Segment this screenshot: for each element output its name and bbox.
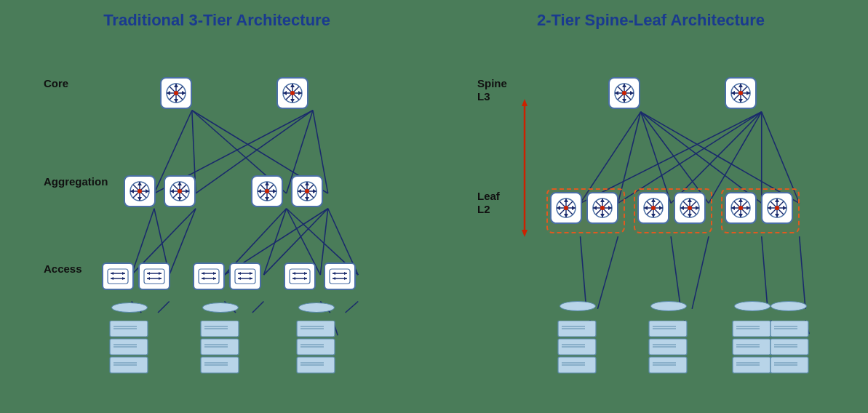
right-server-1 [556, 321, 598, 379]
leaf-router-4 [674, 192, 706, 224]
core-router-left [160, 77, 192, 109]
svg-point-188 [622, 91, 626, 95]
svg-point-44 [290, 91, 295, 95]
main-container: Traditional 3-Tier Architecture Core Agg… [0, 0, 868, 413]
access-switch-5 [284, 262, 316, 290]
disk-3 [298, 302, 335, 313]
left-lines [44, 37, 466, 413]
access-switch-4 [229, 262, 261, 290]
access-switch-1 [102, 262, 134, 290]
left-diagram: Core Aggregation Access [44, 37, 466, 413]
svg-point-248 [738, 206, 743, 210]
svg-rect-124 [330, 269, 350, 284]
svg-line-13 [263, 209, 286, 275]
core-router-right [276, 77, 308, 109]
svg-line-11 [170, 209, 196, 275]
left-section: Traditional 3-Tier Architecture Core Agg… [0, 0, 434, 413]
svg-point-218 [600, 206, 605, 210]
svg-line-25 [346, 301, 359, 313]
spine-label: SpineL3 [477, 77, 507, 103]
svg-rect-96 [144, 269, 164, 284]
svg-point-258 [775, 206, 779, 210]
access-switch-2 [138, 262, 170, 290]
svg-marker-160 [522, 230, 527, 237]
right-disk-1 [560, 301, 596, 311]
vertical-arrow [517, 95, 532, 241]
right-disk-3 [734, 301, 771, 311]
leaf-router-6 [761, 192, 793, 224]
svg-point-64 [178, 189, 182, 193]
access-switch-3 [193, 262, 225, 290]
agg-router-1 [124, 175, 156, 207]
svg-point-238 [688, 206, 692, 210]
agg-router-4 [291, 175, 323, 207]
server-1 [108, 321, 150, 379]
svg-point-84 [305, 189, 309, 193]
left-title: Traditional 3-Tier Architecture [7, 11, 426, 30]
access-label: Access [44, 262, 82, 275]
right-diagram: SpineL3 LeafL2 [477, 37, 868, 413]
svg-point-228 [651, 206, 656, 210]
svg-line-177 [762, 236, 768, 309]
right-section: 2-Tier Spine-Leaf Architecture SpineL3 L… [434, 0, 868, 413]
agg-router-3 [251, 175, 283, 207]
svg-line-23 [252, 301, 264, 313]
leaf-router-5 [725, 192, 757, 224]
svg-line-21 [158, 301, 170, 313]
svg-marker-159 [522, 99, 527, 106]
svg-line-174 [597, 236, 618, 309]
right-server-2 [647, 321, 689, 379]
svg-line-175 [671, 236, 681, 309]
right-server-3 [730, 321, 773, 379]
svg-point-198 [738, 91, 743, 95]
svg-line-178 [800, 236, 805, 309]
svg-rect-117 [290, 269, 310, 284]
agg-router-2 [164, 175, 196, 207]
right-title: 2-Tier Spine-Leaf Architecture [441, 11, 861, 30]
svg-rect-110 [235, 269, 255, 284]
spine-router-right [725, 77, 757, 109]
svg-point-34 [174, 91, 178, 95]
server-3 [295, 321, 337, 379]
right-server-4 [768, 321, 811, 379]
leaf-router-1 [550, 192, 582, 224]
right-disk-4 [771, 301, 807, 311]
leaf-label: LeafL2 [477, 190, 500, 216]
svg-point-74 [265, 189, 269, 193]
aggregation-label: Aggregation [44, 175, 108, 188]
spine-router-left [608, 77, 640, 109]
access-switch-6 [324, 262, 356, 290]
svg-line-176 [692, 236, 709, 309]
svg-rect-103 [199, 269, 219, 284]
disk-1 [111, 302, 148, 313]
svg-point-208 [564, 206, 568, 210]
svg-rect-89 [108, 269, 128, 284]
svg-line-173 [581, 236, 586, 309]
leaf-router-2 [586, 192, 618, 224]
server-2 [199, 321, 241, 379]
leaf-router-3 [637, 192, 669, 224]
svg-point-54 [138, 189, 142, 193]
core-label: Core [44, 77, 68, 89]
right-disk-2 [650, 301, 687, 311]
disk-2 [202, 302, 239, 313]
